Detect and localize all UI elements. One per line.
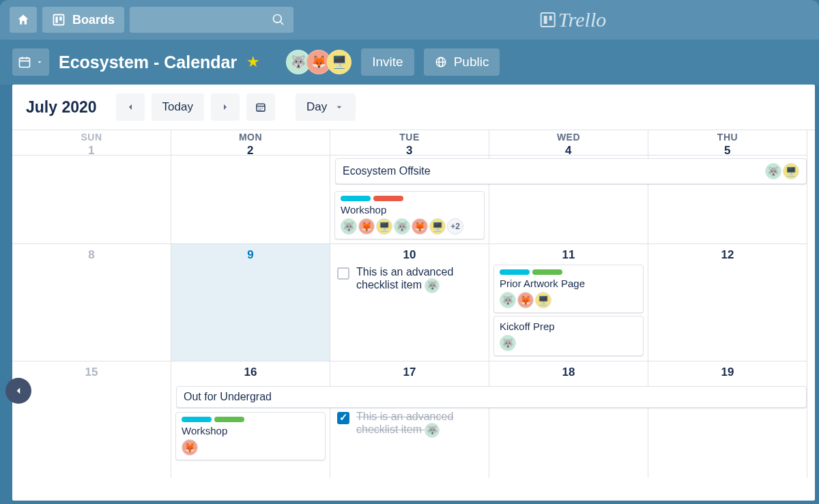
globe-icon [435,56,447,68]
svg-point-15 [259,109,259,110]
member-avatar: 🖥️ [376,218,392,235]
assignee-avatar: 🐺 [425,278,440,293]
member-avatar: 🐺 [765,163,781,179]
member-avatar: 🐺 [500,335,516,351]
event-title: Out for Undergrad [184,391,272,403]
member-avatar: 🐺 [500,292,516,308]
day-cell-today[interactable]: 9 [171,243,330,361]
visibility-button[interactable]: Public [424,48,500,76]
day-header: MON2 [171,130,330,155]
boards-button[interactable]: Boards [42,7,124,33]
chevron-left-icon [12,385,25,397]
checkbox[interactable] [337,267,349,280]
trello-logo-icon [541,12,556,27]
month-title: July 2020 [26,98,97,117]
search-icon [272,13,285,27]
trello-logo: Trello [541,8,607,31]
member-avatar: 🦊 [182,439,198,456]
day-cell[interactable]: 17 This is an advanced checklist item 🐺 [330,361,489,478]
member-avatar: 🦊 [412,218,428,235]
member-avatar: 🖥️ [535,292,551,308]
member-avatar: 🐺 [341,218,357,235]
day-header: SUN1 [12,130,171,155]
invite-button[interactable]: Invite [361,48,414,76]
member-avatar: 🖥️ [429,218,446,235]
top-navigation: Boards Trello [0,0,819,40]
checklist-item[interactable]: This is an advanced checklist item 🐺 [334,265,485,295]
next-button[interactable] [211,93,240,121]
collapse-sidebar-button[interactable] [5,378,31,404]
member-avatar: 🦊 [358,218,375,235]
svg-rect-0 [54,15,64,25]
multi-day-event[interactable]: Out for Undergrad [176,386,807,408]
event-card[interactable]: Kickoff Prep 🐺 [493,316,644,356]
svg-point-12 [259,108,259,108]
member-avatar: 🐺 [394,218,410,235]
star-button[interactable]: ★ [246,53,260,71]
calendar-picker-button[interactable] [246,93,275,121]
svg-rect-2 [59,16,61,20]
card-title: Workshop [341,204,478,216]
view-mode-button[interactable]: Day [296,93,356,121]
board-members[interactable]: 🐺 🦊 🖥️ [290,50,351,74]
svg-point-16 [260,109,261,110]
day-header: WED4 [489,130,648,155]
avatar[interactable]: 🖥️ [327,50,351,74]
calendar-icon [18,55,31,69]
day-cell[interactable]: 10 This is an advanced checklist item 🐺 [330,243,489,361]
checklist-item-done[interactable]: This is an advanced checklist item 🐺 [334,409,485,439]
day-header: THU5 [648,130,807,155]
today-button[interactable]: Today [152,93,204,121]
event-card[interactable]: Workshop 🦊 [175,412,326,460]
day-header: TUE3 [330,130,489,155]
card-title: Prior Artwork Page [500,278,637,289]
day-cell[interactable]: 11 Prior Artwork Page 🐺 🦊 🖥️ Kickoff Pre… [489,243,648,361]
event-card[interactable]: Prior Artwork Page 🐺 🦊 🖥️ [493,265,644,313]
checkbox-checked[interactable] [337,412,349,424]
calendar-toolbar: July 2020 Today Day [12,85,815,130]
event-card[interactable]: Workshop 🐺 🦊 🖥️ 🐺 🦊 🖥️ +2 [334,191,485,239]
svg-rect-1 [55,16,57,23]
multi-day-event[interactable]: Ecosystem Offsite 🐺 🖥️ [335,158,807,184]
day-cell[interactable]: 18 [489,361,648,478]
calendar-icon [255,102,266,113]
event-title: Ecosystem Offsite [343,165,431,177]
card-title: Workshop [182,425,319,436]
day-cell[interactable]: 19 [648,361,807,478]
day-cell[interactable] [12,155,171,243]
card-title: Kickoff Prep [500,321,637,332]
svg-point-14 [262,108,263,108]
day-cell[interactable]: 16 Workshop 🦊 [171,361,330,478]
boards-label: Boards [72,13,115,27]
chevron-left-icon [125,102,136,113]
day-cell[interactable]: 15 [12,361,171,478]
member-avatar: 🖥️ [783,163,799,179]
member-avatar: 🦊 [517,292,534,308]
board-title[interactable]: Ecosystem - Calendar [59,53,237,72]
svg-rect-3 [20,58,30,67]
svg-point-13 [260,108,261,108]
board-header: Ecosystem - Calendar ★ 🐺 🦊 🖥️ Invite Pub… [0,40,819,85]
calendar-view: July 2020 Today Day SUN1 MON2 TUE3 WED4 … [12,85,815,501]
day-cell[interactable] [171,155,330,243]
day-cell[interactable]: 8 [12,243,171,361]
search-input[interactable] [130,7,293,33]
chevron-down-icon [35,58,44,66]
view-switcher[interactable] [12,48,49,76]
more-members[interactable]: +2 [447,218,463,235]
assignee-avatar: 🐺 [425,423,440,438]
chevron-down-icon [334,102,345,113]
chevron-right-icon [220,102,231,113]
home-button[interactable] [10,7,37,33]
prev-button[interactable] [116,93,145,121]
day-cell[interactable]: 12 [648,243,807,361]
